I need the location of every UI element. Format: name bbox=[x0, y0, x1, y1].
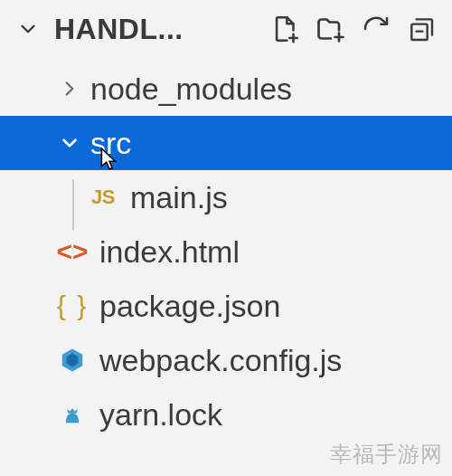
chevron-down-icon[interactable] bbox=[13, 14, 43, 44]
folder-label: src bbox=[90, 128, 131, 158]
new-folder-button[interactable] bbox=[309, 7, 353, 51]
collapse-all-button[interactable] bbox=[400, 7, 443, 51]
file-webpack-config-js[interactable]: webpack.config.js bbox=[0, 333, 452, 387]
webpack-file-icon bbox=[54, 342, 90, 378]
folder-label: node_modules bbox=[90, 73, 292, 104]
file-yarn-lock[interactable]: yarn.lock bbox=[0, 387, 452, 442]
refresh-button[interactable] bbox=[354, 7, 398, 51]
folder-src[interactable]: src bbox=[0, 116, 452, 170]
file-label: package.json bbox=[99, 290, 280, 321]
yarn-file-icon bbox=[54, 396, 90, 433]
tree-guide-line bbox=[72, 179, 74, 230]
file-package-json[interactable]: { } package.json bbox=[0, 279, 452, 333]
file-label: yarn.lock bbox=[99, 399, 222, 430]
file-label: webpack.config.js bbox=[99, 345, 342, 376]
js-file-icon: JS bbox=[85, 179, 121, 215]
chevron-right-icon bbox=[54, 73, 85, 104]
explorer-title: HANDL... bbox=[54, 13, 184, 46]
watermark-text: 幸福手游网 bbox=[330, 440, 443, 469]
new-file-button[interactable] bbox=[264, 7, 307, 51]
file-label: index.html bbox=[99, 236, 240, 267]
folder-node-modules[interactable]: node_modules bbox=[0, 62, 452, 116]
json-file-icon: { } bbox=[54, 288, 90, 324]
html-file-icon: <> bbox=[54, 233, 90, 270]
file-label: main.js bbox=[130, 182, 228, 213]
chevron-down-icon bbox=[54, 128, 85, 158]
file-index-html[interactable]: <> index.html bbox=[0, 224, 452, 279]
file-main-js[interactable]: JS main.js bbox=[0, 170, 452, 224]
explorer-header: HANDL... bbox=[0, 0, 452, 58]
file-tree: node_modules src JS main.js <> index.htm… bbox=[0, 58, 452, 442]
